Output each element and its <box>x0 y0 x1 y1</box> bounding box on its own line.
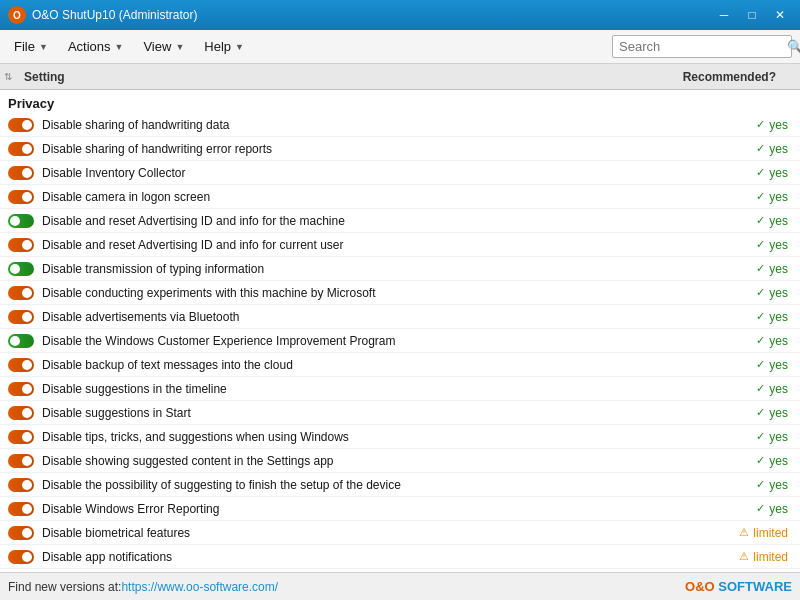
table-header: ⇅ Setting Recommended? <box>0 64 800 90</box>
recommended-column-header: Recommended? <box>676 70 796 84</box>
toggle-switch[interactable] <box>8 358 34 372</box>
toggle-switch[interactable] <box>8 550 34 564</box>
toggle-switch[interactable] <box>8 118 34 132</box>
status-link[interactable]: https://www.oo-software.com/ <box>121 580 278 594</box>
minimize-button[interactable]: ─ <box>712 5 736 25</box>
window-controls: ─ □ ✕ <box>712 5 792 25</box>
toggle-knob <box>22 360 32 370</box>
check-icon: ✓ <box>756 454 765 467</box>
recommended-value: ⚠limited <box>672 550 792 564</box>
check-icon: ✓ <box>756 214 765 227</box>
check-icon: ✓ <box>756 502 765 515</box>
check-icon: ✓ <box>756 238 765 251</box>
setting-label: Disable backup of text messages into the… <box>42 358 672 372</box>
toggle-switch[interactable] <box>8 310 34 324</box>
menu-file[interactable]: File ▼ <box>4 35 58 58</box>
table-row: Disable suggestions in the timeline✓yes <box>0 377 800 401</box>
warning-icon: ⚠ <box>739 526 749 539</box>
menu-help[interactable]: Help ▼ <box>194 35 254 58</box>
toggle-switch[interactable] <box>8 262 34 276</box>
setting-label: Disable sharing of handwriting error rep… <box>42 142 672 156</box>
check-icon: ✓ <box>756 286 765 299</box>
toggle-knob <box>22 504 32 514</box>
close-button[interactable]: ✕ <box>768 5 792 25</box>
table-row: Disable Inventory Collector✓yes <box>0 161 800 185</box>
toggle-switch[interactable] <box>8 238 34 252</box>
table-row: Disable access to local language for bro… <box>0 569 800 572</box>
table-row: Disable biometrical features⚠limited <box>0 521 800 545</box>
table-row: Disable showing suggested content in the… <box>0 449 800 473</box>
view-menu-arrow: ▼ <box>175 42 184 52</box>
status-bar: Find new versions at: https://www.oo-sof… <box>0 572 800 600</box>
setting-label: Disable suggestions in Start <box>42 406 672 420</box>
recommended-value: ⚠limited <box>672 526 792 540</box>
menu-bar: File ▼ Actions ▼ View ▼ Help ▼ 🔍 <box>0 30 800 64</box>
toggle-switch[interactable] <box>8 286 34 300</box>
table-row: Disable transmission of typing informati… <box>0 257 800 281</box>
search-icon: 🔍 <box>787 39 800 54</box>
table-row: Disable and reset Advertising ID and inf… <box>0 209 800 233</box>
menu-actions[interactable]: Actions ▼ <box>58 35 134 58</box>
recommended-value: ✓yes <box>672 454 792 468</box>
app-icon: O <box>8 6 26 24</box>
toggle-switch[interactable] <box>8 454 34 468</box>
menu-view[interactable]: View ▼ <box>133 35 194 58</box>
recommended-value: ✓yes <box>672 238 792 252</box>
title-bar: O O&O ShutUp10 (Administrator) ─ □ ✕ <box>0 0 800 30</box>
toggle-knob <box>10 264 20 274</box>
setting-label: Disable advertisements via Bluetooth <box>42 310 672 324</box>
toggle-knob <box>22 144 32 154</box>
setting-label: Disable the possibility of suggesting to… <box>42 478 672 492</box>
toggle-switch[interactable] <box>8 190 34 204</box>
setting-label: Disable suggestions in the timeline <box>42 382 672 396</box>
toggle-switch[interactable] <box>8 334 34 348</box>
toggle-knob <box>22 408 32 418</box>
recommended-value: ✓yes <box>672 214 792 228</box>
setting-label: Disable camera in logon screen <box>42 190 672 204</box>
window-title: O&O ShutUp10 (Administrator) <box>32 8 712 22</box>
table-row: Disable advertisements via Bluetooth✓yes <box>0 305 800 329</box>
check-icon: ✓ <box>756 382 765 395</box>
toggle-switch[interactable] <box>8 142 34 156</box>
setting-label: Disable app notifications <box>42 550 672 564</box>
setting-sort-icon[interactable]: ⇅ <box>4 71 12 82</box>
table-row: Disable and reset Advertising ID and inf… <box>0 233 800 257</box>
setting-column-header: Setting <box>16 70 676 84</box>
toggle-switch[interactable] <box>8 382 34 396</box>
help-menu-arrow: ▼ <box>235 42 244 52</box>
toggle-switch[interactable] <box>8 214 34 228</box>
table-row: Disable suggestions in Start✓yes <box>0 401 800 425</box>
recommended-value: ✓yes <box>672 286 792 300</box>
toggle-knob <box>10 216 20 226</box>
setting-label: Disable biometrical features <box>42 526 672 540</box>
toggle-switch[interactable] <box>8 430 34 444</box>
maximize-button[interactable]: □ <box>740 5 764 25</box>
check-icon: ✓ <box>756 334 765 347</box>
toggle-switch[interactable] <box>8 478 34 492</box>
search-box[interactable]: 🔍 <box>612 35 792 58</box>
search-input[interactable] <box>619 39 787 54</box>
toggle-switch[interactable] <box>8 502 34 516</box>
status-find-text: Find new versions at: <box>8 580 121 594</box>
toggle-knob <box>22 432 32 442</box>
brand-label: O&O SOFTWARE <box>685 579 792 594</box>
recommended-value: ✓yes <box>672 190 792 204</box>
settings-list: Disable sharing of handwriting data✓yesD… <box>0 113 800 572</box>
recommended-value: ✓yes <box>672 406 792 420</box>
toggle-switch[interactable] <box>8 166 34 180</box>
toggle-knob <box>22 240 32 250</box>
table-row: Disable the Windows Customer Experience … <box>0 329 800 353</box>
toggle-knob <box>22 120 32 130</box>
check-icon: ✓ <box>756 142 765 155</box>
section-privacy-header: Privacy <box>0 90 800 113</box>
check-icon: ✓ <box>756 406 765 419</box>
toggle-switch[interactable] <box>8 526 34 540</box>
toggle-switch[interactable] <box>8 406 34 420</box>
recommended-value: ✓yes <box>672 262 792 276</box>
recommended-value: ✓yes <box>672 358 792 372</box>
table-row: Disable camera in logon screen✓yes <box>0 185 800 209</box>
recommended-value: ✓yes <box>672 334 792 348</box>
setting-label: Disable conducting experiments with this… <box>42 286 672 300</box>
check-icon: ✓ <box>756 118 765 131</box>
toggle-knob <box>22 168 32 178</box>
